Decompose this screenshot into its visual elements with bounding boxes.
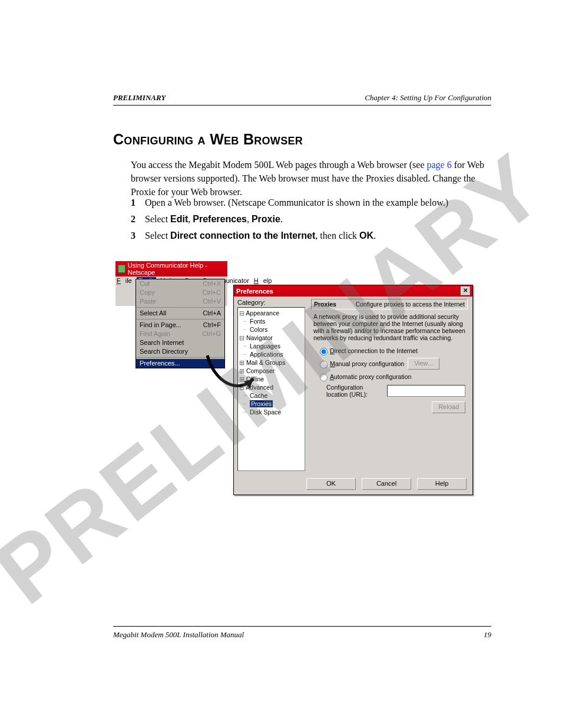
embedded-screenshot: Using Communicator Help - Netscape File … (115, 261, 472, 306)
category-label: Category: (237, 299, 305, 306)
step-3-text: Select Direct connection to the Internet… (145, 230, 491, 241)
close-button[interactable]: ✕ (461, 286, 470, 295)
preferences-title: Preferences (236, 288, 273, 295)
step-2: 2 Select Edit, Preferences, Proxie. (131, 214, 491, 225)
cancel-button[interactable]: Cancel (362, 478, 411, 490)
footer-left: Megabit Modem 500L Installation Manual (113, 630, 244, 640)
step-1-text: Open a Web browser. (Netscape Communicat… (145, 197, 491, 208)
radio-auto-input[interactable] (320, 374, 328, 381)
tree-proxies[interactable]: Proxies (239, 400, 303, 408)
page-6-link[interactable]: page 6 (427, 160, 452, 170)
radio-direct-input[interactable] (320, 348, 328, 355)
reload-button: Reload (432, 401, 465, 413)
menu-search-internet[interactable]: Search Internet (136, 338, 224, 347)
config-url-label: Configuration location (URL): (326, 384, 385, 398)
panel-title: Proxies (314, 301, 336, 308)
radio-manual[interactable]: Manual proxy configuration View... (317, 358, 465, 370)
radio-manual-input[interactable] (320, 361, 328, 368)
preferences-titlebar: Preferences ✕ (234, 285, 472, 297)
proxy-blurb: A network proxy is used to provide addit… (313, 313, 465, 341)
config-url-input[interactable] (387, 385, 465, 397)
tree-languages[interactable]: Languages (239, 342, 303, 350)
tree-navigator[interactable]: Navigator (239, 334, 303, 342)
view-button: View... (408, 358, 439, 370)
menu-help[interactable]: Help (254, 277, 272, 284)
arrow-annotation (203, 353, 262, 400)
netscape-icon (118, 265, 125, 273)
menu-find[interactable]: Find in Page...Ctrl+F (136, 321, 224, 330)
ok-button[interactable]: OK (306, 478, 356, 490)
header-left: PRELIMINARY (113, 93, 166, 103)
step-1: 1 Open a Web browser. (Netscape Communic… (131, 197, 491, 208)
step-2-text: Select Edit, Preferences, Proxie. (145, 214, 491, 225)
menu-find-again: Find AgainCtrl+G (136, 330, 224, 338)
radio-direct[interactable]: Direct connection to the Internet (317, 346, 465, 355)
menu-cut: CutCtrl+X (136, 279, 224, 288)
netscape-title: Using Communicator Help - Netscape (128, 262, 225, 276)
netscape-titlebar: Using Communicator Help - Netscape (115, 261, 227, 276)
dialog-buttons: OK Cancel Help (234, 475, 472, 495)
netscape-window: Using Communicator Help - Netscape File … (115, 261, 227, 306)
panel-header: Proxies Configure proxies to access the … (311, 299, 468, 309)
step-3: 3 Select Direct connection to the Intern… (131, 230, 491, 241)
config-url-row: Configuration location (URL): (326, 384, 465, 398)
intro-pre: You access the Megabit Modem 500L Web pa… (131, 160, 427, 170)
tree-disk[interactable]: Disk Space (239, 408, 303, 416)
tree-colors[interactable]: Colors (239, 325, 303, 334)
page-header: PRELIMINARY Chapter 4: Setting Up For Co… (113, 93, 491, 106)
menu-copy: CopyCtrl+C (136, 288, 224, 297)
section-title: Configuring a Web Browser (113, 131, 303, 148)
tree-appearance[interactable]: Appearance (239, 309, 303, 317)
panel-subtitle: Configure proxies to access the Internet (355, 301, 465, 308)
menu-paste: PasteCtrl+V (136, 297, 224, 306)
header-right: Chapter 4: Setting Up For Configuration (365, 93, 491, 103)
menu-select-all[interactable]: Select AllCtrl+A (136, 309, 224, 318)
radio-auto[interactable]: Automatic proxy configuration (317, 372, 465, 381)
intro-paragraph: You access the Megabit Modem 500L Web pa… (131, 158, 491, 199)
tree-fonts[interactable]: Fonts (239, 317, 303, 325)
preferences-dialog: Preferences ✕ Category: Appearance Fonts… (233, 285, 473, 495)
footer-page-number: 19 (484, 630, 491, 640)
help-button[interactable]: Help (417, 478, 467, 490)
menu-file[interactable]: File (117, 277, 132, 284)
page-footer: Megabit Modem 500L Installation Manual 1… (113, 626, 491, 640)
steps-list: 1 Open a Web browser. (Netscape Communic… (131, 197, 491, 247)
